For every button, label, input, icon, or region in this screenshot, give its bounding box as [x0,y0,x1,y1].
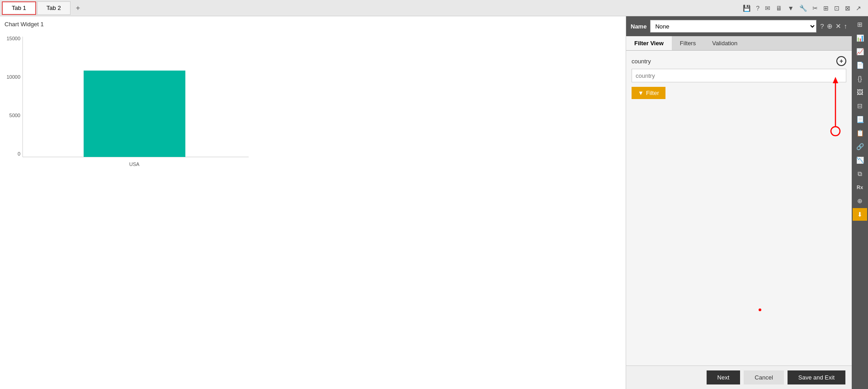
sidebar-table-icon[interactable]: ⊞ [853,18,867,31]
filter-dropdown-icon[interactable]: ▼ [786,4,795,13]
panel-pin-icon[interactable]: ↑ [844,22,848,30]
sidebar-rx-icon[interactable]: Rx [853,181,867,194]
tab-2[interactable]: Tab 2 [37,1,71,15]
tab-filters[interactable]: Filters [672,36,704,50]
right-panel: Name None ? ⊕ ✕ ↑ Filter View Filters Va… [626,16,852,389]
next-button[interactable]: Next [707,370,741,384]
filter-input[interactable] [632,69,846,82]
panel-footer: Next Cancel Save and Exit [626,365,852,389]
arrow-annotation [826,73,844,138]
save-exit-button[interactable]: Save and Exit [788,370,845,384]
sidebar-chart2-icon[interactable]: 📉 [853,154,867,166]
settings-icon[interactable]: 🔧 [798,4,808,13]
tab-bar: Tab 1 Tab 2 + 💾 ? ✉ 🖥 ▼ 🔧 ✂ ⊞ ⊡ ⊠ ↗ [0,0,868,16]
email-icon[interactable]: ✉ [764,4,772,13]
cell-icon[interactable]: ⊡ [833,4,841,13]
chart-container: 15000 10000 5000 0 USA [5,31,267,167]
panel-move-icon[interactable]: ⊕ [827,22,833,30]
filter-field-row: country + [632,56,846,66]
chart-title: Chart Widget 1 [5,21,621,28]
panel-tabs: Filter View Filters Validation [626,36,852,51]
arrow-svg [826,73,844,137]
add-filter-button[interactable]: + [836,56,846,66]
svg-text:15000: 15000 [6,36,20,41]
sidebar-grid-icon[interactable]: ⊟ [853,100,867,112]
sidebar-image-icon[interactable]: 🖼 [853,86,867,99]
tab-filter-view[interactable]: Filter View [626,36,672,50]
name-select[interactable]: None [650,20,816,33]
chart-svg: 15000 10000 5000 0 USA [5,31,267,171]
svg-point-7 [831,127,840,136]
panel-content: country + ▼ Filter [626,51,852,365]
sidebar-code-icon[interactable]: {} [853,72,867,85]
filter-apply-button[interactable]: ▼ Filter [632,87,665,99]
panel-close-icon[interactable]: ✕ [835,22,841,30]
filter-funnel-icon: ▼ [638,90,644,96]
tab-1[interactable]: Tab 1 [2,1,36,15]
sidebar-page-icon[interactable]: 📃 [853,113,867,126]
add-tab-button[interactable]: + [71,2,85,14]
tab-validation[interactable]: Validation [704,36,745,50]
sidebar-layers-icon[interactable]: ⊕ [853,194,867,207]
name-label: Name [631,23,646,30]
sidebar-document-icon[interactable]: 📄 [853,59,867,71]
svg-text:10000: 10000 [6,74,20,80]
main-content: Chart Widget 1 15000 10000 5000 0 USA [0,16,868,389]
sidebar-chart-area-icon[interactable]: 📈 [853,45,867,58]
sidebar-chart-bar-icon[interactable]: 📊 [853,32,867,44]
monitor-icon[interactable]: 🖥 [774,4,783,13]
cut-icon[interactable]: ✂ [811,4,819,13]
red-dot [759,308,761,311]
toolbar-icons: 💾 ? ✉ 🖥 ▼ 🔧 ✂ ⊞ ⊡ ⊠ ↗ [741,4,866,13]
cancel-button[interactable]: Cancel [744,370,783,384]
save-icon[interactable]: 💾 [741,4,752,13]
grid2-icon[interactable]: ⊞ [822,4,830,13]
chart-area: Chart Widget 1 15000 10000 5000 0 USA [0,16,626,389]
svg-text:USA: USA [129,161,140,167]
chart-bar [84,71,185,157]
help-icon[interactable]: ? [755,4,761,13]
filter-field-label: country [632,58,651,65]
panel-header: Name None ? ⊕ ✕ ↑ [626,16,852,36]
svg-text:5000: 5000 [9,113,20,118]
table2-icon[interactable]: ⊠ [844,4,852,13]
sidebar-link-icon[interactable]: 🔗 [853,140,867,153]
svg-marker-9 [833,77,838,83]
right-sidebar: ⊞ 📊 📈 📄 {} 🖼 ⊟ 📃 📋 🔗 📉 ⧉ Rx ⊕ ⬇ [852,16,868,389]
svg-text:0: 0 [18,151,20,157]
sidebar-widget-icon[interactable]: ⧉ [853,167,867,180]
sidebar-clipboard-icon[interactable]: 📋 [853,127,867,139]
sidebar-download-icon[interactable]: ⬇ [853,208,867,221]
arrow-icon[interactable]: ↗ [854,4,863,13]
panel-help-icon[interactable]: ? [820,22,824,30]
panel-header-icons: ? ⊕ ✕ ↑ [820,22,847,30]
